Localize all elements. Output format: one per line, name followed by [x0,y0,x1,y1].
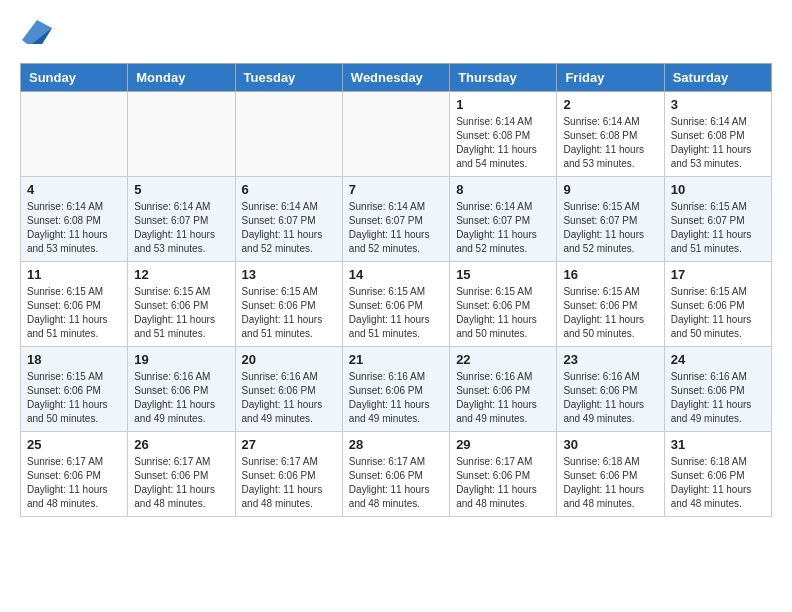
calendar-cell: 27Sunrise: 6:17 AMSunset: 6:06 PMDayligh… [235,432,342,517]
calendar-cell: 25Sunrise: 6:17 AMSunset: 6:06 PMDayligh… [21,432,128,517]
day-info: Sunrise: 6:17 AMSunset: 6:06 PMDaylight:… [134,455,228,511]
calendar-cell: 18Sunrise: 6:15 AMSunset: 6:06 PMDayligh… [21,347,128,432]
calendar-cell: 21Sunrise: 6:16 AMSunset: 6:06 PMDayligh… [342,347,449,432]
calendar-cell [128,92,235,177]
day-info: Sunrise: 6:15 AMSunset: 6:06 PMDaylight:… [671,285,765,341]
day-number: 16 [563,267,657,282]
day-number: 20 [242,352,336,367]
day-number: 15 [456,267,550,282]
calendar-week-5: 25Sunrise: 6:17 AMSunset: 6:06 PMDayligh… [21,432,772,517]
calendar-cell: 3Sunrise: 6:14 AMSunset: 6:08 PMDaylight… [664,92,771,177]
calendar-cell: 26Sunrise: 6:17 AMSunset: 6:06 PMDayligh… [128,432,235,517]
calendar-cell: 11Sunrise: 6:15 AMSunset: 6:06 PMDayligh… [21,262,128,347]
logo-icon [22,20,52,44]
day-number: 3 [671,97,765,112]
page-header [20,20,772,48]
day-info: Sunrise: 6:16 AMSunset: 6:06 PMDaylight:… [563,370,657,426]
calendar-cell: 16Sunrise: 6:15 AMSunset: 6:06 PMDayligh… [557,262,664,347]
calendar-cell: 5Sunrise: 6:14 AMSunset: 6:07 PMDaylight… [128,177,235,262]
day-number: 9 [563,182,657,197]
day-info: Sunrise: 6:16 AMSunset: 6:06 PMDaylight:… [349,370,443,426]
weekday-header-row: SundayMondayTuesdayWednesdayThursdayFrid… [21,64,772,92]
calendar-cell: 9Sunrise: 6:15 AMSunset: 6:07 PMDaylight… [557,177,664,262]
day-number: 11 [27,267,121,282]
day-info: Sunrise: 6:18 AMSunset: 6:06 PMDaylight:… [563,455,657,511]
calendar-cell: 31Sunrise: 6:18 AMSunset: 6:06 PMDayligh… [664,432,771,517]
calendar-cell: 10Sunrise: 6:15 AMSunset: 6:07 PMDayligh… [664,177,771,262]
day-info: Sunrise: 6:14 AMSunset: 6:07 PMDaylight:… [134,200,228,256]
day-info: Sunrise: 6:15 AMSunset: 6:06 PMDaylight:… [456,285,550,341]
day-number: 17 [671,267,765,282]
day-info: Sunrise: 6:15 AMSunset: 6:06 PMDaylight:… [563,285,657,341]
day-info: Sunrise: 6:15 AMSunset: 6:07 PMDaylight:… [671,200,765,256]
day-number: 19 [134,352,228,367]
calendar-body: 1Sunrise: 6:14 AMSunset: 6:08 PMDaylight… [21,92,772,517]
calendar-week-3: 11Sunrise: 6:15 AMSunset: 6:06 PMDayligh… [21,262,772,347]
day-number: 14 [349,267,443,282]
day-number: 26 [134,437,228,452]
calendar-cell: 20Sunrise: 6:16 AMSunset: 6:06 PMDayligh… [235,347,342,432]
day-info: Sunrise: 6:17 AMSunset: 6:06 PMDaylight:… [242,455,336,511]
calendar-cell: 14Sunrise: 6:15 AMSunset: 6:06 PMDayligh… [342,262,449,347]
day-info: Sunrise: 6:14 AMSunset: 6:07 PMDaylight:… [456,200,550,256]
calendar-cell: 6Sunrise: 6:14 AMSunset: 6:07 PMDaylight… [235,177,342,262]
day-number: 5 [134,182,228,197]
day-number: 6 [242,182,336,197]
day-number: 1 [456,97,550,112]
day-number: 18 [27,352,121,367]
day-number: 24 [671,352,765,367]
day-info: Sunrise: 6:14 AMSunset: 6:07 PMDaylight:… [349,200,443,256]
day-info: Sunrise: 6:14 AMSunset: 6:08 PMDaylight:… [456,115,550,171]
calendar-cell: 19Sunrise: 6:16 AMSunset: 6:06 PMDayligh… [128,347,235,432]
day-number: 29 [456,437,550,452]
day-number: 25 [27,437,121,452]
weekday-thursday: Thursday [450,64,557,92]
day-number: 13 [242,267,336,282]
calendar-cell: 28Sunrise: 6:17 AMSunset: 6:06 PMDayligh… [342,432,449,517]
day-info: Sunrise: 6:15 AMSunset: 6:07 PMDaylight:… [563,200,657,256]
day-number: 23 [563,352,657,367]
calendar-cell [342,92,449,177]
day-number: 31 [671,437,765,452]
calendar-cell: 22Sunrise: 6:16 AMSunset: 6:06 PMDayligh… [450,347,557,432]
weekday-sunday: Sunday [21,64,128,92]
day-info: Sunrise: 6:16 AMSunset: 6:06 PMDaylight:… [134,370,228,426]
day-info: Sunrise: 6:16 AMSunset: 6:06 PMDaylight:… [671,370,765,426]
calendar-cell: 15Sunrise: 6:15 AMSunset: 6:06 PMDayligh… [450,262,557,347]
calendar-cell: 2Sunrise: 6:14 AMSunset: 6:08 PMDaylight… [557,92,664,177]
day-info: Sunrise: 6:14 AMSunset: 6:07 PMDaylight:… [242,200,336,256]
day-info: Sunrise: 6:14 AMSunset: 6:08 PMDaylight:… [27,200,121,256]
day-info: Sunrise: 6:15 AMSunset: 6:06 PMDaylight:… [242,285,336,341]
calendar-header: SundayMondayTuesdayWednesdayThursdayFrid… [21,64,772,92]
calendar-week-4: 18Sunrise: 6:15 AMSunset: 6:06 PMDayligh… [21,347,772,432]
day-info: Sunrise: 6:17 AMSunset: 6:06 PMDaylight:… [349,455,443,511]
calendar-cell: 29Sunrise: 6:17 AMSunset: 6:06 PMDayligh… [450,432,557,517]
day-number: 30 [563,437,657,452]
day-number: 22 [456,352,550,367]
day-info: Sunrise: 6:15 AMSunset: 6:06 PMDaylight:… [27,370,121,426]
logo [20,20,52,48]
day-number: 21 [349,352,443,367]
weekday-saturday: Saturday [664,64,771,92]
day-number: 10 [671,182,765,197]
calendar-cell: 7Sunrise: 6:14 AMSunset: 6:07 PMDaylight… [342,177,449,262]
calendar-cell [21,92,128,177]
weekday-wednesday: Wednesday [342,64,449,92]
day-info: Sunrise: 6:18 AMSunset: 6:06 PMDaylight:… [671,455,765,511]
day-info: Sunrise: 6:17 AMSunset: 6:06 PMDaylight:… [27,455,121,511]
day-number: 28 [349,437,443,452]
calendar-cell: 24Sunrise: 6:16 AMSunset: 6:06 PMDayligh… [664,347,771,432]
day-info: Sunrise: 6:15 AMSunset: 6:06 PMDaylight:… [134,285,228,341]
day-info: Sunrise: 6:16 AMSunset: 6:06 PMDaylight:… [242,370,336,426]
calendar-table: SundayMondayTuesdayWednesdayThursdayFrid… [20,63,772,517]
calendar-cell: 12Sunrise: 6:15 AMSunset: 6:06 PMDayligh… [128,262,235,347]
day-info: Sunrise: 6:14 AMSunset: 6:08 PMDaylight:… [671,115,765,171]
calendar-cell: 13Sunrise: 6:15 AMSunset: 6:06 PMDayligh… [235,262,342,347]
calendar-week-1: 1Sunrise: 6:14 AMSunset: 6:08 PMDaylight… [21,92,772,177]
calendar-cell: 8Sunrise: 6:14 AMSunset: 6:07 PMDaylight… [450,177,557,262]
calendar-cell [235,92,342,177]
calendar-cell: 30Sunrise: 6:18 AMSunset: 6:06 PMDayligh… [557,432,664,517]
day-number: 27 [242,437,336,452]
calendar-cell: 23Sunrise: 6:16 AMSunset: 6:06 PMDayligh… [557,347,664,432]
day-number: 2 [563,97,657,112]
